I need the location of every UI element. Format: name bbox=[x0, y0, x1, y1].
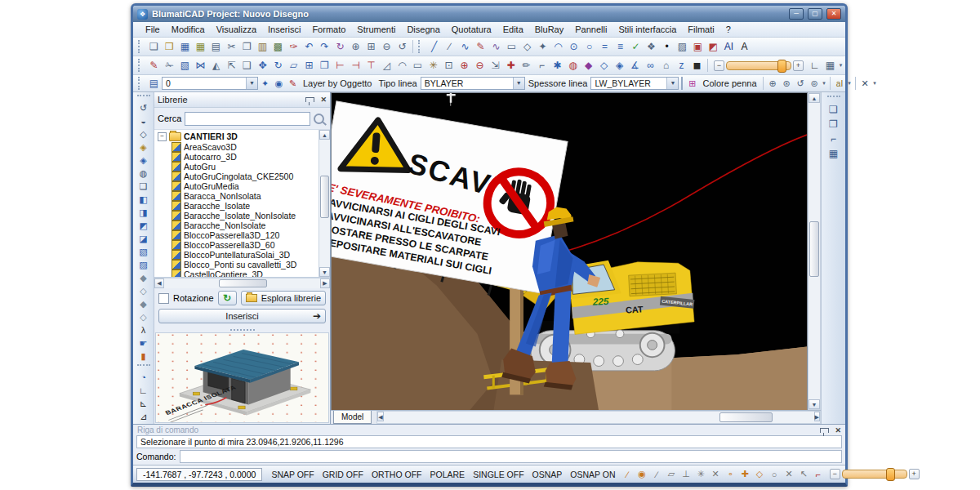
box3d-icon[interactable]: ◼ bbox=[689, 58, 705, 73]
menu-item[interactable]: Disegna bbox=[401, 24, 445, 35]
scroll-down-icon[interactable]: ▼ bbox=[808, 399, 820, 409]
scroll-left-icon[interactable]: ◀ bbox=[377, 412, 383, 421]
text-edit-icon[interactable]: aI bbox=[833, 77, 847, 90]
view-iso-sw-icon[interactable]: ◆ bbox=[136, 271, 151, 284]
text-icon[interactable]: A bbox=[737, 39, 752, 54]
chevron-down-icon[interactable]: ▾ bbox=[822, 80, 827, 87]
multiline-icon[interactable]: ≡ bbox=[612, 39, 628, 54]
view-bottom-icon[interactable]: ◨ bbox=[136, 206, 151, 219]
scrollbar-thumb[interactable] bbox=[809, 221, 819, 276]
rotazione-checkbox[interactable] bbox=[158, 293, 169, 304]
close-panel-icon[interactable]: ✕ bbox=[320, 96, 327, 104]
view-tag-new-icon[interactable]: ◈ bbox=[136, 140, 151, 154]
tree-item[interactable]: AutoGru bbox=[158, 162, 318, 172]
print-icon[interactable]: ▤ bbox=[208, 39, 224, 54]
trim-icon[interactable]: ⊢ bbox=[332, 58, 348, 73]
toolbar-grip[interactable] bbox=[138, 40, 144, 53]
new-icon[interactable]: ❏ bbox=[146, 39, 162, 54]
inserisci-button[interactable]: Inserisci ➔ bbox=[158, 309, 326, 323]
collapse-icon[interactable]: − bbox=[158, 132, 167, 141]
tree-item[interactable]: Baracche_Isolate bbox=[158, 201, 318, 211]
tree-item[interactable]: Baracche_NonIsolate bbox=[158, 220, 318, 230]
arc-icon[interactable]: ◠ bbox=[550, 39, 566, 54]
layer-current-icon[interactable]: ◉ bbox=[272, 77, 286, 90]
menu-item[interactable]: Strumenti bbox=[351, 24, 401, 35]
walk-icon[interactable]: λ bbox=[136, 323, 151, 336]
toolbar-grip[interactable] bbox=[137, 95, 150, 100]
chevron-down-icon[interactable]: ▼ bbox=[513, 78, 524, 89]
osnap-quadrant-icon[interactable]: ✚ bbox=[738, 468, 752, 481]
chevron-down-icon[interactable]: ▾ bbox=[847, 80, 853, 87]
chevron-down-icon[interactable]: ▾ bbox=[872, 80, 878, 87]
slider-thumb[interactable] bbox=[886, 468, 895, 481]
osnap-none-icon[interactable]: ✕ bbox=[782, 468, 796, 481]
region-icon[interactable]: ▣ bbox=[690, 39, 706, 54]
menu-item[interactable]: Visualizza bbox=[211, 24, 262, 35]
toolbar-grip[interactable] bbox=[138, 59, 144, 72]
edit-text-icon[interactable]: ✏ bbox=[519, 58, 534, 73]
line-icon[interactable]: ╱ bbox=[426, 39, 442, 54]
command-input[interactable] bbox=[180, 450, 842, 463]
view-iso-nw-icon[interactable]: ◇ bbox=[136, 310, 151, 323]
extend-icon[interactable]: ⊣ bbox=[348, 58, 363, 73]
donut-icon[interactable]: ◍ bbox=[565, 58, 581, 73]
osnap-midpoint-icon[interactable]: ∕ bbox=[650, 468, 664, 481]
save-all-icon[interactable]: ▦ bbox=[193, 39, 208, 54]
scrollbar-thumb[interactable] bbox=[320, 176, 329, 218]
scrollbar-thumb[interactable] bbox=[719, 412, 773, 422]
slider-minus-button[interactable]: − bbox=[714, 60, 724, 71]
save-icon[interactable]: ▦ bbox=[177, 39, 193, 54]
status-toggle[interactable]: GRID OFF bbox=[318, 470, 368, 479]
ucs-corner-icon[interactable]: ⌐ bbox=[826, 131, 841, 146]
zoom-previous-2-icon[interactable]: ↺ bbox=[794, 77, 808, 90]
close-button[interactable]: ✕ bbox=[826, 8, 841, 20]
polygon-icon[interactable]: ◇ bbox=[519, 39, 535, 54]
status-toggle[interactable]: SNAP OFF bbox=[267, 470, 318, 479]
scroll-up-icon[interactable]: ▲ bbox=[808, 93, 820, 103]
paste-icon[interactable]: ▥ bbox=[255, 39, 270, 54]
status-toggle[interactable]: OSNAP ON bbox=[566, 470, 619, 479]
copy-object-icon[interactable]: ❐ bbox=[317, 58, 332, 73]
zoom-previous-icon[interactable]: ↺ bbox=[394, 39, 410, 54]
status-toggle[interactable]: SINGLE OFF bbox=[469, 470, 528, 479]
render-settings-icon[interactable]: ▦ bbox=[822, 58, 838, 73]
toolbar-grip[interactable] bbox=[138, 77, 144, 90]
model-tab[interactable]: Model bbox=[333, 411, 372, 424]
menu-item[interactable]: Edita bbox=[497, 24, 529, 35]
tree-item[interactable]: Baracche_Isolate_NonIsolate bbox=[158, 211, 318, 220]
minimize-button[interactable]: ─ bbox=[789, 8, 804, 20]
zoom-out-icon[interactable]: ⊖ bbox=[379, 39, 394, 54]
tree-item[interactable]: BloccoPasserella3D_120 bbox=[158, 230, 318, 240]
select-similar-icon[interactable]: ✁ bbox=[162, 58, 177, 73]
toolbar-grip[interactable] bbox=[418, 40, 424, 53]
measure-icon[interactable]: ⇲ bbox=[488, 58, 503, 73]
tree-item[interactable]: Baracca_NonIsolata bbox=[158, 191, 318, 201]
title-bar[interactable]: ❖ BlumatiCAD Project: Nuovo Disegno ─ ▢ … bbox=[133, 6, 845, 22]
chamfer-icon[interactable]: ◿ bbox=[379, 58, 394, 73]
view-iso-ne-icon[interactable]: ◆ bbox=[136, 297, 151, 310]
pentagon-icon[interactable]: ✦ bbox=[535, 39, 550, 54]
status-toggle[interactable]: ORTHO OFF bbox=[368, 470, 426, 479]
modify-pencil-icon[interactable]: ✎ bbox=[146, 58, 162, 73]
close-panel-icon[interactable]: ✕ bbox=[835, 426, 841, 434]
explode-icon[interactable]: ✳ bbox=[425, 58, 441, 73]
tree-item[interactable]: Autocarro_3D bbox=[158, 152, 318, 162]
status-slider[interactable]: − + bbox=[830, 469, 920, 479]
hatch-icon[interactable]: ▨ bbox=[675, 39, 690, 54]
block-insert-icon[interactable]: ❖ bbox=[644, 39, 659, 54]
binocular-icon[interactable]: ∞ bbox=[643, 58, 658, 73]
view-back-icon[interactable]: ▨ bbox=[136, 258, 151, 271]
chevron-down-icon[interactable]: ▼ bbox=[666, 78, 678, 89]
layer-freeze-icon[interactable]: ✦ bbox=[258, 77, 272, 90]
osnap-from-icon[interactable]: ↖ bbox=[797, 468, 811, 481]
tree-vertical-scrollbar[interactable]: ▲ ▼ bbox=[318, 130, 330, 277]
break-icon[interactable]: ⊤ bbox=[363, 58, 379, 73]
slider-plus-button[interactable]: + bbox=[909, 469, 920, 479]
ucs-icon[interactable]: ∟ bbox=[136, 384, 151, 397]
pin-icon[interactable] bbox=[820, 428, 829, 433]
pin-icon[interactable] bbox=[305, 97, 314, 102]
librerie-title-bar[interactable]: Librerie ✕ bbox=[154, 92, 330, 108]
view-globe-icon[interactable]: ◍ bbox=[136, 167, 151, 180]
tree-item[interactable]: AutoGruCingolata_CKE2500 bbox=[158, 172, 318, 181]
redo-icon[interactable]: ↷ bbox=[317, 39, 332, 54]
